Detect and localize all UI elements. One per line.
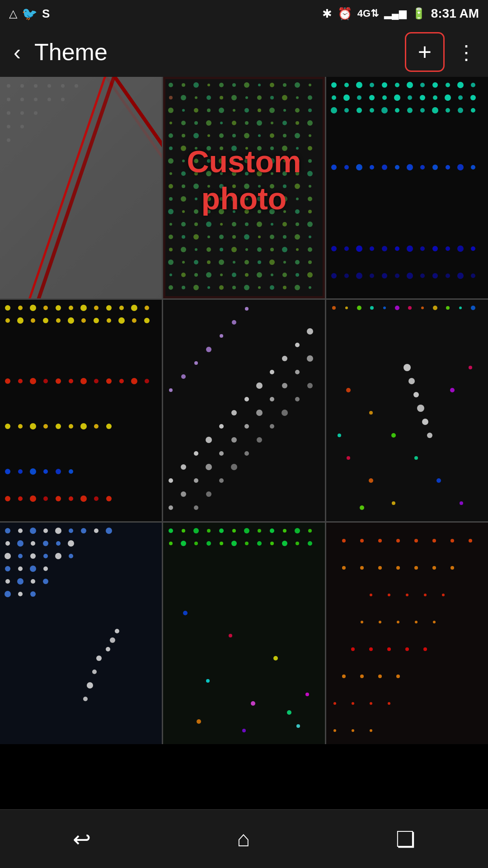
svg-point-152 bbox=[308, 210, 312, 213]
svg-point-440 bbox=[31, 541, 35, 546]
4g-icon: 4G⇅ bbox=[357, 8, 379, 19]
svg-point-203 bbox=[194, 273, 198, 277]
svg-point-534 bbox=[351, 647, 355, 651]
svg-point-549 bbox=[370, 729, 372, 732]
svg-point-528 bbox=[442, 594, 445, 596]
svg-point-136 bbox=[257, 197, 262, 201]
svg-point-317 bbox=[81, 318, 86, 323]
svg-point-280 bbox=[407, 245, 413, 252]
svg-point-242 bbox=[382, 95, 387, 100]
svg-point-114 bbox=[282, 171, 287, 176]
svg-point-66 bbox=[282, 121, 287, 125]
svg-point-486 bbox=[169, 542, 173, 545]
svg-point-316 bbox=[68, 317, 74, 324]
svg-point-223 bbox=[295, 285, 300, 290]
svg-point-141 bbox=[168, 209, 174, 214]
svg-point-216 bbox=[207, 286, 210, 289]
svg-point-168 bbox=[207, 236, 210, 238]
svg-point-402 bbox=[332, 306, 336, 310]
svg-point-253 bbox=[370, 108, 374, 113]
svg-point-284 bbox=[457, 245, 464, 252]
svg-point-252 bbox=[357, 108, 362, 113]
theme-cell-white-diagonal[interactable] bbox=[163, 300, 325, 521]
theme-cell-dark-lines[interactable] bbox=[326, 523, 488, 744]
svg-point-160 bbox=[257, 222, 262, 227]
svg-point-233 bbox=[420, 83, 425, 87]
svg-rect-401 bbox=[326, 300, 488, 521]
svg-point-366 bbox=[244, 397, 249, 401]
svg-point-207 bbox=[245, 273, 249, 277]
svg-point-426 bbox=[347, 456, 350, 460]
svg-point-117 bbox=[169, 184, 173, 189]
svg-point-548 bbox=[352, 729, 354, 732]
swype-icon: S bbox=[42, 7, 50, 21]
svg-point-182 bbox=[231, 247, 237, 252]
svg-point-371 bbox=[307, 328, 313, 335]
svg-point-538 bbox=[423, 647, 427, 651]
svg-point-363 bbox=[206, 437, 212, 443]
svg-point-32 bbox=[309, 84, 311, 86]
add-theme-button[interactable]: + bbox=[405, 32, 445, 72]
svg-point-129 bbox=[169, 197, 173, 201]
svg-point-328 bbox=[69, 379, 73, 383]
svg-point-131 bbox=[195, 198, 197, 200]
svg-point-523 bbox=[450, 566, 454, 570]
svg-point-161 bbox=[271, 223, 273, 226]
svg-point-90 bbox=[282, 146, 287, 151]
svg-point-338 bbox=[43, 424, 48, 429]
svg-point-340 bbox=[69, 424, 73, 429]
theme-cell-gray-diagonal[interactable] bbox=[0, 77, 162, 298]
svg-point-469 bbox=[83, 697, 88, 701]
svg-point-417 bbox=[417, 405, 424, 412]
theme-cell-green-multi[interactable] bbox=[163, 523, 325, 744]
svg-point-431 bbox=[450, 388, 455, 392]
svg-point-41 bbox=[270, 96, 274, 99]
svg-point-353 bbox=[43, 496, 48, 501]
svg-point-380 bbox=[270, 397, 274, 401]
svg-point-377 bbox=[231, 437, 237, 443]
svg-point-287 bbox=[344, 274, 349, 278]
theme-cell-teal[interactable] bbox=[326, 77, 488, 298]
svg-point-512 bbox=[396, 539, 400, 542]
svg-point-244 bbox=[408, 95, 412, 100]
svg-point-438 bbox=[5, 541, 10, 546]
nav-recents-button[interactable]: ❏ bbox=[387, 817, 424, 861]
overflow-menu-button[interactable]: ⋮ bbox=[454, 36, 479, 68]
back-button[interactable]: ‹ bbox=[9, 35, 25, 69]
svg-point-98 bbox=[233, 160, 235, 162]
svg-point-472 bbox=[115, 629, 119, 633]
theme-cell-dark-rainbow[interactable] bbox=[326, 300, 488, 521]
svg-point-261 bbox=[471, 108, 475, 113]
svg-point-449 bbox=[43, 554, 48, 558]
svg-point-166 bbox=[182, 235, 185, 239]
svg-point-349 bbox=[69, 469, 73, 474]
svg-point-142 bbox=[182, 210, 185, 213]
svg-point-153 bbox=[169, 223, 172, 226]
svg-point-132 bbox=[206, 197, 211, 201]
svg-point-305 bbox=[80, 305, 87, 311]
svg-point-29 bbox=[270, 83, 274, 87]
svg-point-102 bbox=[283, 160, 286, 162]
theme-cell-yellow-red[interactable] bbox=[0, 300, 162, 521]
svg-point-144 bbox=[207, 210, 211, 213]
svg-point-187 bbox=[296, 248, 299, 251]
svg-point-430 bbox=[338, 434, 341, 437]
svg-point-365 bbox=[231, 410, 237, 415]
svg-point-101 bbox=[269, 158, 275, 164]
svg-point-498 bbox=[183, 611, 188, 615]
svg-point-150 bbox=[283, 210, 286, 213]
svg-point-235 bbox=[446, 83, 450, 87]
svg-point-492 bbox=[245, 542, 249, 545]
theme-cell-custom-photo[interactable]: Customphoto bbox=[163, 77, 325, 298]
svg-point-346 bbox=[30, 468, 36, 475]
svg-point-194 bbox=[233, 261, 235, 264]
svg-point-395 bbox=[181, 374, 186, 379]
theme-cell-blue-white[interactable] bbox=[0, 523, 162, 744]
svg-point-456 bbox=[18, 566, 23, 571]
svg-point-195 bbox=[244, 260, 249, 264]
svg-point-83 bbox=[195, 147, 197, 150]
nav-home-button[interactable]: ⌂ bbox=[228, 817, 259, 860]
svg-point-273 bbox=[471, 165, 475, 170]
svg-rect-508 bbox=[326, 523, 488, 744]
nav-back-button[interactable]: ↩ bbox=[64, 817, 100, 861]
